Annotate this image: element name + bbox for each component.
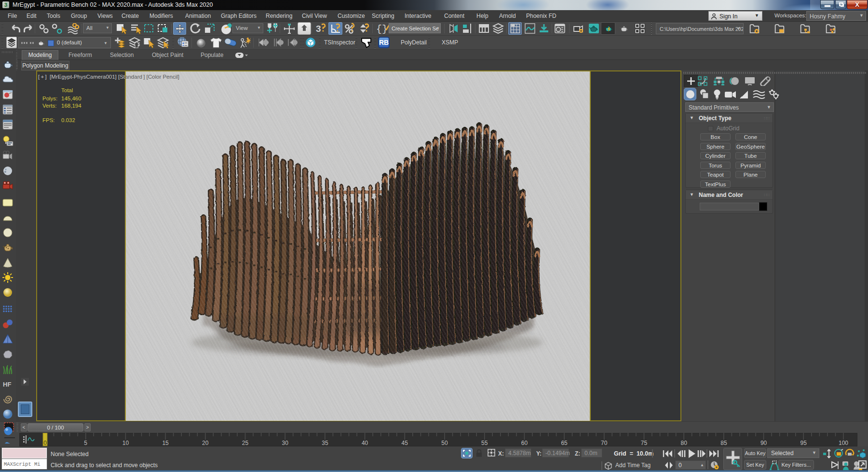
svg-text:50: 50: [441, 440, 448, 446]
svg-text:55: 55: [481, 440, 488, 446]
svg-text:3: 3: [316, 24, 321, 34]
svg-text:30: 30: [282, 440, 289, 446]
svg-text:95: 95: [800, 440, 807, 446]
svg-text:5: 5: [84, 440, 87, 446]
svg-text:20: 20: [202, 440, 209, 446]
svg-text:75: 75: [641, 440, 648, 446]
svg-text:10: 10: [122, 440, 129, 446]
svg-text:65: 65: [561, 440, 568, 446]
svg-text:60: 60: [521, 440, 528, 446]
svg-text:15: 15: [162, 440, 169, 446]
svg-text:90: 90: [760, 440, 767, 446]
svg-text:80: 80: [681, 440, 688, 446]
svg-text:45: 45: [402, 440, 408, 446]
svg-text:35: 35: [322, 440, 328, 446]
svg-text:25: 25: [242, 440, 249, 446]
svg-text:100: 100: [839, 440, 848, 446]
svg-text:HF: HF: [3, 381, 11, 388]
svg-text:0: 0: [43, 440, 47, 446]
svg-text:40: 40: [362, 440, 368, 446]
svg-text:70: 70: [601, 440, 608, 446]
svg-text:85: 85: [720, 440, 727, 446]
